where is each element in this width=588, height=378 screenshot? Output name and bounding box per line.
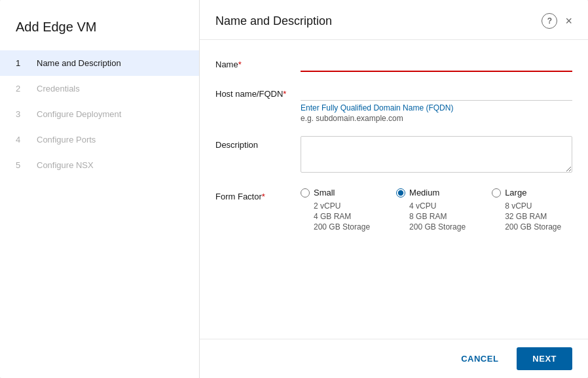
content-footer: CANCEL NEXT [200, 339, 588, 378]
content-header: Name and Description ? × [200, 0, 588, 40]
step-1-label: Name and Description [37, 58, 121, 68]
ff-radio-medium[interactable] [396, 188, 405, 198]
description-control-wrap [301, 136, 572, 175]
ff-radio-row-large: Large [492, 188, 526, 198]
ff-ram-medium: 8 GB RAM [409, 212, 447, 221]
hostname-input[interactable] [301, 85, 572, 101]
add-edge-vm-window: Add Edge VM 1 Name and Description 2 Cre… [0, 0, 588, 378]
ff-radio-small[interactable] [301, 188, 310, 198]
close-icon[interactable]: × [565, 15, 572, 27]
content-title: Name and Description [215, 14, 332, 28]
step-2-num: 2 [16, 84, 29, 94]
ff-option-medium: Medium 4 vCPU 8 GB RAM 200 GB Storage [396, 188, 466, 232]
cancel-button[interactable]: CANCEL [450, 349, 509, 369]
name-control-wrap [301, 56, 572, 72]
ff-ram-large: 32 GB RAM [505, 212, 547, 221]
ff-option-large: Large 8 vCPU 32 GB RAM 200 GB Storage [492, 188, 561, 232]
step-3-num: 3 [16, 109, 29, 119]
sidebar: Add Edge VM 1 Name and Description 2 Cre… [0, 0, 200, 378]
step-3-label: Configure Deployment [37, 109, 121, 119]
content-panel: Name and Description ? × Name* [200, 0, 588, 378]
header-icons: ? × [542, 13, 572, 29]
ff-vcpu-medium: 4 vCPU [409, 201, 436, 211]
hostname-label: Host name/FQDN* [215, 85, 301, 99]
step-2-label: Credentials [37, 84, 80, 94]
ff-storage-small: 200 GB Storage [314, 222, 370, 232]
step-5-label: Configure NSX [37, 160, 94, 170]
sidebar-item-4[interactable]: 4 Configure Ports [0, 127, 199, 152]
sidebar-item-1[interactable]: 1 Name and Description [0, 50, 199, 76]
hostname-hint: Enter Fully Qualified Domain Name (FQDN) [301, 103, 572, 112]
description-textarea[interactable] [301, 136, 572, 173]
form-factor-options: Small 2 vCPU 4 GB RAM 200 GB Storage Med… [301, 188, 572, 232]
hostname-hint-sub: e.g. subdomain.example.com [301, 114, 572, 123]
name-label: Name* [215, 56, 301, 69]
ff-label-medium[interactable]: Medium [409, 188, 439, 198]
ff-label-small[interactable]: Small [314, 188, 335, 198]
window-body: Add Edge VM 1 Name and Description 2 Cre… [0, 0, 588, 378]
step-4-label: Configure Ports [37, 135, 96, 145]
form-factor-row: Form Factor* Small 2 vCPU 4 GB RAM 200 G… [215, 188, 572, 232]
ff-vcpu-large: 8 vCPU [505, 201, 532, 211]
hostname-row: Host name/FQDN* Enter Fully Qualified Do… [215, 85, 572, 123]
description-row: Description [215, 136, 572, 175]
ff-label-large[interactable]: Large [505, 188, 526, 198]
ff-radio-large[interactable] [492, 188, 501, 198]
sidebar-title: Add Edge VM [0, 13, 199, 50]
help-icon[interactable]: ? [542, 13, 557, 29]
next-button[interactable]: NEXT [517, 347, 572, 370]
ff-option-small: Small 2 vCPU 4 GB RAM 200 GB Storage [301, 188, 370, 232]
content-body: Name* Host name/FQDN* Enter Fully Qualif… [200, 40, 588, 339]
hostname-control-wrap: Enter Fully Qualified Domain Name (FQDN)… [301, 85, 572, 123]
ff-radio-row-small: Small [301, 188, 335, 198]
name-row: Name* [215, 56, 572, 72]
description-label: Description [215, 136, 301, 150]
form-factor-label: Form Factor* [215, 188, 301, 201]
sidebar-item-3[interactable]: 3 Configure Deployment [0, 101, 199, 127]
ff-storage-large: 200 GB Storage [505, 222, 561, 232]
sidebar-item-2[interactable]: 2 Credentials [0, 76, 199, 101]
sidebar-item-5[interactable]: 5 Configure NSX [0, 152, 199, 178]
step-5-num: 5 [16, 160, 29, 170]
ff-vcpu-small: 2 vCPU [314, 201, 340, 211]
ff-ram-small: 4 GB RAM [314, 212, 351, 221]
name-input[interactable] [301, 56, 572, 72]
step-1-num: 1 [16, 58, 29, 68]
ff-storage-medium: 200 GB Storage [409, 222, 466, 232]
ff-radio-row-medium: Medium [396, 188, 439, 198]
step-4-num: 4 [16, 135, 29, 145]
